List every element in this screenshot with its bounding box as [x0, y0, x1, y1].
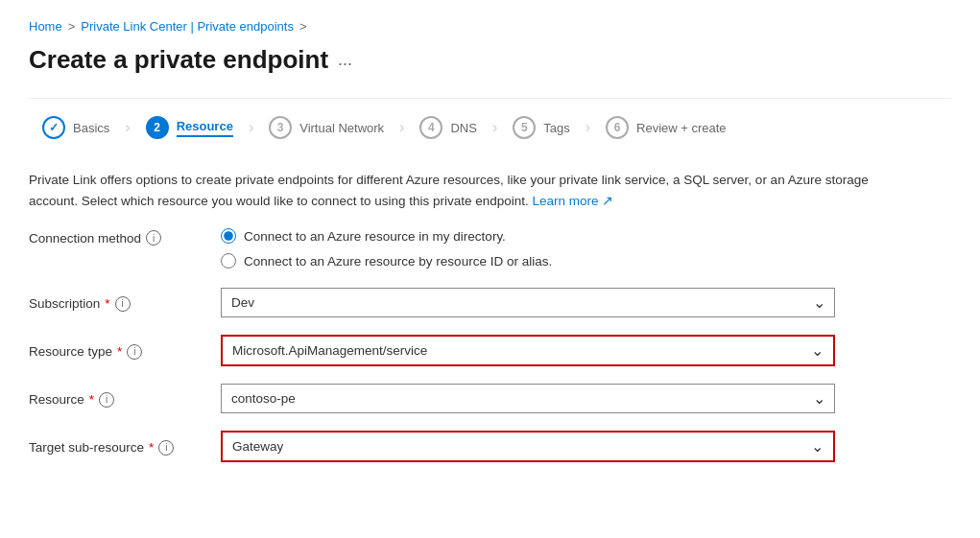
resource-type-dropdown[interactable]: Microsoft.ApiManagement/service: [223, 337, 833, 364]
resource-type-required: *: [117, 344, 122, 359]
radio-resource-id-label: Connect to an Azure resource by resource…: [244, 254, 552, 269]
step-resource[interactable]: 2 Resource: [132, 108, 247, 147]
step-sep-4: ›: [492, 119, 497, 136]
page-title-ellipsis[interactable]: ...: [338, 50, 352, 70]
subscription-row: Subscription * i Dev: [29, 288, 951, 317]
step-resource-circle: 2: [146, 116, 169, 139]
external-link-icon: ↗: [602, 194, 613, 208]
step-dns[interactable]: 4 DNS: [406, 108, 490, 147]
description-block: Private Link offers options to create pr…: [29, 170, 893, 211]
resource-type-dropdown-container: Microsoft.ApiManagement/service: [221, 335, 835, 366]
breadcrumb-sep2: >: [299, 19, 307, 34]
radio-resource-id-input[interactable]: [221, 253, 236, 269]
resource-dropdown-wrapper: contoso-pe: [221, 384, 835, 413]
description-text: Private Link offers options to create pr…: [29, 173, 869, 208]
step-virtual-network-circle: 3: [269, 116, 292, 139]
resource-info-icon[interactable]: i: [99, 392, 114, 408]
radio-directory-label: Connect to an Azure resource in my direc…: [244, 229, 506, 244]
connection-method-row: Connection method i Connect to an Azure …: [29, 228, 951, 269]
resource-label: Resource * i: [29, 390, 202, 408]
step-tags-label: Tags: [543, 121, 569, 135]
resource-type-dropdown-wrapper: Microsoft.ApiManagement/service: [221, 335, 835, 366]
page-title-container: Create a private endpoint ...: [29, 45, 951, 75]
step-basics-label: Basics: [73, 121, 109, 135]
radio-directory[interactable]: Connect to an Azure resource in my direc…: [221, 228, 552, 244]
subscription-dropdown-wrapper: Dev: [221, 288, 835, 317]
resource-row: Resource * i contoso-pe: [29, 384, 951, 413]
target-sub-resource-label: Target sub-resource * i: [29, 438, 202, 456]
step-basics[interactable]: ✓ Basics: [29, 108, 123, 147]
step-tags-circle: 5: [513, 116, 536, 139]
target-sub-resource-dropdown-container: Gateway: [221, 431, 835, 462]
subscription-dropdown[interactable]: Dev: [221, 288, 835, 317]
step-sep-1: ›: [125, 119, 130, 136]
step-tags[interactable]: 5 Tags: [499, 108, 583, 147]
step-sep-3: ›: [399, 119, 404, 136]
wizard-steps: ✓ Basics › 2 Resource › 3 Virtual Networ…: [29, 108, 951, 147]
connection-method-info-icon[interactable]: i: [146, 230, 161, 246]
step-sep-5: ›: [586, 119, 590, 136]
target-sub-resource-row: Target sub-resource * i Gateway: [29, 431, 951, 462]
target-sub-resource-dropdown-wrapper: Gateway: [221, 431, 835, 462]
resource-type-row: Resource type * i Microsoft.ApiManagemen…: [29, 335, 951, 366]
resource-type-label: Resource type * i: [29, 342, 202, 360]
step-review-create-circle: 6: [606, 116, 629, 139]
form-section: Subscription * i Dev Resource type * i M…: [29, 288, 951, 462]
target-sub-resource-dropdown[interactable]: Gateway: [223, 433, 833, 460]
subscription-info-icon[interactable]: i: [115, 296, 131, 312]
radio-resource-id[interactable]: Connect to an Azure resource by resource…: [221, 253, 552, 269]
subscription-dropdown-container: Dev: [221, 288, 835, 317]
radio-directory-input[interactable]: [221, 228, 236, 244]
subscription-required: *: [105, 296, 109, 311]
step-review-create-label: Review + create: [636, 121, 727, 135]
learn-more-link[interactable]: Learn more ↗: [533, 194, 614, 208]
step-dns-label: DNS: [450, 121, 476, 135]
connection-method-label: Connection method i: [29, 228, 182, 246]
step-sep-2: ›: [249, 119, 253, 136]
step-dns-circle: 4: [419, 116, 442, 139]
resource-dropdown-container: contoso-pe: [221, 384, 835, 413]
title-divider: [29, 98, 951, 99]
step-virtual-network-label: Virtual Network: [299, 121, 384, 135]
breadcrumb-home[interactable]: Home: [29, 19, 62, 34]
breadcrumb: Home > Private Link Center | Private end…: [29, 19, 951, 34]
step-review-create[interactable]: 6 Review + create: [592, 108, 740, 147]
breadcrumb-section[interactable]: Private Link Center | Private endpoints: [81, 19, 294, 34]
resource-dropdown[interactable]: contoso-pe: [221, 384, 835, 413]
step-virtual-network[interactable]: 3 Virtual Network: [255, 108, 397, 147]
resource-type-info-icon[interactable]: i: [127, 344, 142, 360]
step-resource-label: Resource: [177, 119, 233, 137]
breadcrumb-sep1: >: [68, 19, 76, 34]
target-sub-resource-info-icon[interactable]: i: [158, 440, 174, 456]
connection-method-options: Connect to an Azure resource in my direc…: [221, 228, 552, 269]
page-title: Create a private endpoint: [29, 45, 328, 75]
resource-required: *: [89, 392, 94, 407]
target-sub-resource-required: *: [149, 440, 154, 455]
subscription-label: Subscription * i: [29, 294, 202, 312]
step-basics-circle: ✓: [42, 116, 65, 139]
